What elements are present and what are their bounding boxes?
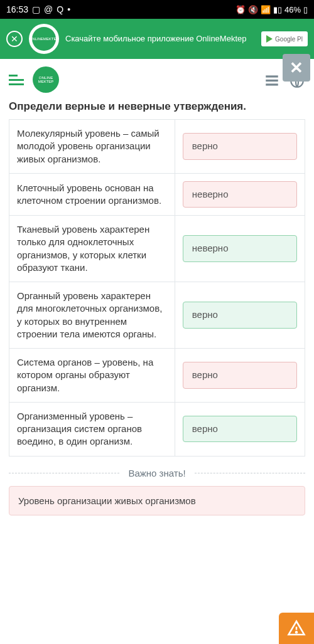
answer-cell: верно — [175, 349, 305, 403]
google-play-label: Google Pl — [275, 36, 303, 43]
status-left: 16:53 ▢ @ Q • — [6, 4, 70, 14]
close-icon: ✕ — [11, 34, 18, 44]
question-title: Определи верные и неверные утверждения. — [9, 100, 305, 113]
menu-button[interactable] — [9, 75, 24, 85]
statement-cell: Организменный уровень – организация сист… — [9, 402, 175, 456]
table-row: Организменный уровень – организация сист… — [9, 402, 305, 456]
battery-text: 46% — [284, 5, 301, 14]
list-view-button[interactable] — [264, 73, 280, 87]
table-row: Органный уровень характерен для многокле… — [9, 282, 305, 349]
wifi-icon: 📶 — [261, 5, 271, 14]
status-time: 16:53 — [6, 4, 28, 14]
table-row: Тканевый уровень характерен только для о… — [9, 216, 305, 282]
answer-option[interactable]: неверно — [183, 181, 297, 208]
answer-option[interactable]: верно — [183, 133, 297, 159]
answer-option[interactable]: верно — [183, 302, 297, 328]
answer-cell: неверно — [175, 216, 305, 282]
promo-dismiss-button[interactable]: ✕ — [6, 31, 23, 47]
svg-point-5 — [296, 631, 297, 633]
logo-text2: MEKTEP — [43, 37, 59, 41]
answer-option[interactable]: верно — [183, 416, 297, 442]
statement-cell: Система органов – уровень, на котором ор… — [9, 349, 175, 403]
logo-text2: MEKTEP — [38, 80, 54, 83]
google-play-button[interactable]: Google Pl — [261, 31, 308, 46]
alarm-icon: ⏰ — [236, 5, 246, 14]
at-icon: @ — [44, 4, 53, 14]
svg-rect-1 — [266, 80, 278, 82]
answer-cell: верно — [175, 282, 305, 349]
divider-label: Важно знать! — [119, 468, 194, 478]
statement-cell: Молекулярный уровень – самый молодой уро… — [9, 120, 175, 174]
report-issue-button[interactable] — [279, 613, 314, 644]
promo-logo: ONLINE MEKTEP — [29, 24, 59, 54]
quiz-table: Молекулярный уровень – самый молодой уро… — [9, 119, 305, 457]
answer-cell: верно — [175, 120, 305, 174]
app-promo-banner: ✕ ONLINE MEKTEP Скачайте мобильное прило… — [0, 19, 314, 59]
table-row: Система органов – уровень, на котором ор… — [9, 349, 305, 403]
signal-icon: ▮▯ — [273, 5, 282, 14]
dot-icon: • — [67, 4, 70, 14]
answer-cell: верно — [175, 402, 305, 456]
table-row: Молекулярный уровень – самый молодой уро… — [9, 120, 305, 174]
statement-cell: Клеточный уровень основан на клеточном с… — [9, 173, 175, 215]
main-content: Определи верные и неверные утверждения. … — [0, 100, 314, 515]
svg-rect-0 — [266, 75, 278, 77]
close-icon: ✕ — [290, 58, 303, 78]
answer-cell: неверно — [175, 173, 305, 215]
top-nav: ONLINE MEKTEP — [0, 59, 314, 100]
logo-text1: ONLINE — [30, 37, 43, 41]
search-icon: Q — [57, 4, 63, 14]
overlay-close-button[interactable]: ✕ — [283, 54, 310, 82]
statement-cell: Органный уровень характерен для многокле… — [9, 282, 175, 349]
section-divider: Важно знать! — [9, 468, 305, 478]
answer-option[interactable]: верно — [183, 362, 297, 388]
promo-text: Скачайте мобильное приложение OnlineMekt… — [65, 34, 255, 45]
google-play-icon — [266, 35, 273, 43]
battery-icon: ▯ — [303, 5, 308, 14]
table-row: Клеточный уровень основан на клеточном с… — [9, 173, 305, 215]
android-status-bar: 16:53 ▢ @ Q • ⏰ 🔇 📶 ▮▯ 46% ▯ — [0, 0, 314, 19]
status-right: ⏰ 🔇 📶 ▮▯ 46% ▯ — [236, 5, 308, 14]
info-card: Уровень организации живых организмов — [9, 486, 305, 515]
site-logo[interactable]: ONLINE MEKTEP — [33, 66, 59, 93]
statement-cell: Тканевый уровень характерен только для о… — [9, 216, 175, 282]
answer-option[interactable]: неверно — [183, 235, 297, 261]
warning-icon — [287, 619, 306, 638]
svg-rect-2 — [266, 83, 278, 85]
info-card-text: Уровень организации живых организмов — [18, 495, 196, 506]
image-icon: ▢ — [32, 4, 40, 14]
mute-icon: 🔇 — [248, 5, 258, 14]
